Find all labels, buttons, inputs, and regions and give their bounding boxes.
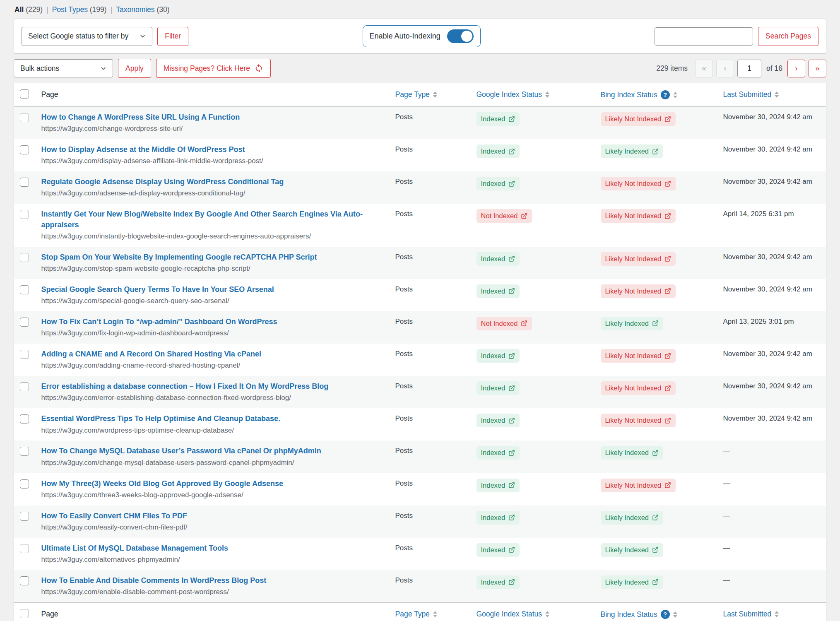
row-checkbox[interactable] <box>20 544 29 553</box>
auto-indexing-toggle[interactable] <box>447 29 474 43</box>
row-checkbox[interactable] <box>20 414 29 424</box>
row-checkbox[interactable] <box>20 382 29 391</box>
row-checkbox[interactable] <box>20 512 29 521</box>
current-page-input[interactable] <box>737 60 761 77</box>
row-checkbox[interactable] <box>20 113 29 122</box>
page-title-link[interactable]: How To Change MySQL Database User’s Pass… <box>41 446 321 456</box>
bing-index-status-badge[interactable]: Likely Indexed <box>601 511 664 525</box>
search-input[interactable] <box>655 27 753 46</box>
page-title-link[interactable]: Essential WordPress Tips To Help Optimis… <box>41 414 280 424</box>
last-submitted: November 30, 2024 9:42 am <box>718 408 826 440</box>
bing-index-status-badge[interactable]: Likely Indexed <box>601 446 664 460</box>
google-index-status-badge[interactable]: Indexed <box>477 144 520 158</box>
bing-index-status-badge[interactable]: Likely Indexed <box>601 144 664 158</box>
google-index-status-badge[interactable]: Indexed <box>477 479 520 492</box>
bing-index-status-badge[interactable]: Likely Not Indexed <box>601 209 676 223</box>
page-title-link[interactable]: Ultimate List Of MySQL Database Manageme… <box>41 543 228 554</box>
bing-index-status-badge[interactable]: Likely Not Indexed <box>601 284 676 298</box>
bing-index-status-badge[interactable]: Likely Not Indexed <box>601 252 676 266</box>
page-title-link[interactable]: How to Display Adsense at the Middle Of … <box>41 144 245 155</box>
first-page-button: « <box>695 60 713 77</box>
row-checkbox[interactable] <box>20 253 29 262</box>
select-all-checkbox[interactable] <box>20 89 29 99</box>
page-title-link[interactable]: Special Google Search Query Terms To Hav… <box>41 284 274 295</box>
table-row: How To Fix Can’t Login To “/wp-admin/” D… <box>14 311 826 344</box>
google-index-status-badge[interactable]: Not Indexed <box>477 209 532 223</box>
last-submitted: April 13, 2025 3:01 pm <box>718 311 826 344</box>
last-page-button[interactable]: » <box>809 60 826 77</box>
column-header-google-status[interactable]: Google Index Status <box>477 90 550 99</box>
search-pages-button[interactable]: Search Pages <box>758 27 818 46</box>
next-page-button[interactable]: › <box>787 60 805 77</box>
google-index-status-badge[interactable]: Indexed <box>477 543 520 557</box>
column-header-page-type[interactable]: Page Type <box>395 610 437 619</box>
last-submitted: — <box>718 473 826 505</box>
column-header-last-submitted[interactable]: Last Submitted <box>723 610 779 619</box>
column-header-page-type[interactable]: Page Type <box>395 90 437 99</box>
google-status-filter-select[interactable]: Select Google status to filter by <box>22 27 152 46</box>
column-header-bing-status[interactable]: Bing Index Status? <box>601 610 677 619</box>
google-index-status-badge[interactable]: Indexed <box>477 252 520 266</box>
bing-index-status-badge[interactable]: Likely Not Indexed <box>601 177 676 190</box>
bing-index-status-badge[interactable]: Likely Not Indexed <box>601 349 676 363</box>
row-checkbox[interactable] <box>20 447 29 456</box>
row-checkbox[interactable] <box>20 576 29 585</box>
page-title-link[interactable]: Error establishing a database connection… <box>41 381 329 392</box>
bulk-actions-select[interactable]: Bulk actions <box>14 59 113 77</box>
row-checkbox[interactable] <box>20 318 29 327</box>
row-checkbox[interactable] <box>20 145 29 154</box>
page-title-link[interactable]: Stop Spam On Your Website By Implementin… <box>41 252 317 262</box>
column-header-last-submitted[interactable]: Last Submitted <box>723 90 779 99</box>
page-type: Posts <box>390 408 471 440</box>
select-all-checkbox[interactable] <box>20 609 29 618</box>
table-header: Page Page Type Google Index Status Bing … <box>14 83 826 107</box>
table-footer: Page Page Type Google Index Status Bing … <box>14 603 826 621</box>
bing-index-status-badge[interactable]: Likely Indexed <box>601 575 664 589</box>
bing-index-status-badge[interactable]: Likely Not Indexed <box>601 381 676 395</box>
google-index-status-badge[interactable]: Indexed <box>477 284 520 298</box>
google-index-status-badge[interactable]: Indexed <box>477 575 520 589</box>
external-link-icon <box>508 450 515 456</box>
help-icon[interactable]: ? <box>661 90 670 99</box>
page-title-link[interactable]: Regulate Google Adsense Display Using Wo… <box>41 177 284 187</box>
filter-post-types-link[interactable]: Post Types (199) <box>52 5 107 14</box>
row-checkbox[interactable] <box>20 479 29 489</box>
page-title-link[interactable]: How To Fix Can’t Login To “/wp-admin/” D… <box>41 317 277 327</box>
page-title-link[interactable]: How To Enable And Disable Comments In Wo… <box>41 575 267 586</box>
external-link-icon <box>508 148 515 155</box>
row-checkbox[interactable] <box>20 285 29 294</box>
google-index-status-badge[interactable]: Indexed <box>477 381 520 395</box>
apply-button[interactable]: Apply <box>118 59 151 78</box>
page-title-link[interactable]: How My Three(3) Weeks Old Blog Got Appro… <box>41 479 283 489</box>
google-index-status-badge[interactable]: Indexed <box>477 511 520 525</box>
row-checkbox[interactable] <box>20 178 29 187</box>
page-title-link[interactable]: How To Easily Convert CHM Files To PDF <box>41 511 187 521</box>
bing-index-status-badge[interactable]: Likely Indexed <box>601 543 664 557</box>
external-link-icon <box>664 181 671 187</box>
google-index-status-badge[interactable]: Indexed <box>477 177 520 190</box>
column-header-bing-status[interactable]: Bing Index Status? <box>601 90 677 99</box>
google-index-status-badge[interactable]: Indexed <box>477 349 520 363</box>
help-icon[interactable]: ? <box>661 610 670 619</box>
row-checkbox[interactable] <box>20 350 29 359</box>
bing-index-status-badge[interactable]: Likely Not Indexed <box>601 479 676 492</box>
filter-button[interactable]: Filter <box>157 27 188 46</box>
page-title-link[interactable]: Instantly Get Your New Blog/Website Inde… <box>41 209 385 230</box>
bing-index-status-badge[interactable]: Likely Indexed <box>601 317 664 330</box>
page-title-link[interactable]: How to Change A WordPress Site URL Using… <box>41 112 240 123</box>
bing-index-status-badge[interactable]: Likely Not Indexed <box>601 112 676 126</box>
column-header-google-status[interactable]: Google Index Status <box>477 610 550 619</box>
table-row: How to Display Adsense at the Middle Of … <box>14 139 826 171</box>
filter-taxonomies-link[interactable]: Taxonomies (30) <box>116 5 169 14</box>
filter-all-link[interactable]: All (229) <box>14 5 43 14</box>
items-count: 229 items <box>656 64 688 73</box>
page-type: Posts <box>390 311 471 344</box>
row-checkbox[interactable] <box>20 210 29 219</box>
page-title-link[interactable]: Adding a CNAME and A Record On Shared Ho… <box>41 349 261 359</box>
google-index-status-badge[interactable]: Indexed <box>477 414 520 427</box>
google-index-status-badge[interactable]: Indexed <box>477 446 520 460</box>
google-index-status-badge[interactable]: Not Indexed <box>477 317 532 330</box>
google-index-status-badge[interactable]: Indexed <box>477 112 520 126</box>
bing-index-status-badge[interactable]: Likely Not Indexed <box>601 414 676 427</box>
missing-pages-button[interactable]: Missing Pages? Click Here <box>156 59 271 78</box>
